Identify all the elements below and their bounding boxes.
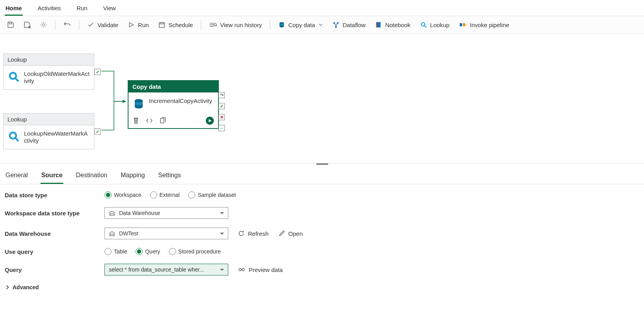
- tab-mapping[interactable]: Mapping: [120, 170, 145, 184]
- workspace-dst-label: Workspace data store type: [5, 210, 105, 217]
- run-icon[interactable]: [205, 116, 214, 125]
- gear-icon: [40, 21, 47, 28]
- node-name: LookupOldWaterMarkActivity: [24, 70, 90, 84]
- delete-icon[interactable]: [132, 117, 139, 124]
- notebook-button[interactable]: Notebook: [372, 19, 413, 31]
- svg-point-11: [10, 73, 16, 79]
- open-button[interactable]: Open: [278, 230, 303, 237]
- lookup-button[interactable]: Lookup: [417, 19, 453, 31]
- svg-rect-1: [159, 22, 165, 27]
- workspace-dst-select[interactable]: Data Warehouse: [105, 207, 228, 219]
- validate-label: Validate: [97, 22, 118, 28]
- preview-data-button[interactable]: Preview data: [238, 266, 283, 273]
- svg-point-12: [10, 132, 16, 139]
- view-history-button[interactable]: View run history: [206, 19, 265, 31]
- node-lookup-old[interactable]: Lookup LookupOldWaterMarkActivity ✓: [3, 53, 94, 90]
- tab-destination[interactable]: Destination: [75, 170, 108, 184]
- workspace-dst-value: Data Warehouse: [119, 210, 160, 216]
- history-icon: [209, 21, 217, 28]
- copy-data-button[interactable]: Copy data: [275, 19, 326, 31]
- node-name: LookupNewWaterMarkActivity: [24, 130, 90, 144]
- copy-icon[interactable]: [159, 117, 166, 124]
- lookup-label: Lookup: [430, 22, 450, 28]
- search-icon: [7, 130, 20, 143]
- radio-query[interactable]: Query: [136, 248, 160, 255]
- radio-sample[interactable]: Sample dataset: [188, 191, 236, 198]
- save-icon: [7, 21, 14, 28]
- preview-icon: [238, 266, 246, 273]
- tab-settings[interactable]: Settings: [158, 170, 182, 184]
- undo-icon: [63, 21, 71, 29]
- tab-general[interactable]: General: [5, 170, 29, 184]
- undo-button[interactable]: [60, 18, 74, 31]
- warehouse-icon: [109, 210, 115, 216]
- svg-point-10: [421, 22, 425, 26]
- tab-activities[interactable]: Activities: [37, 2, 62, 16]
- toolbar: Validate Run Schedule View run history C…: [0, 16, 644, 34]
- failure-port[interactable]: ✕: [218, 114, 225, 120]
- save-button[interactable]: [4, 19, 17, 31]
- pipeline-canvas[interactable]: Lookup LookupOldWaterMarkActivity ✓ Look…: [0, 34, 644, 163]
- svg-point-17: [239, 268, 241, 271]
- save-as-button[interactable]: [20, 19, 34, 31]
- chevron-down-icon: [318, 22, 323, 27]
- svg-point-4: [279, 24, 284, 26]
- data-store-type-label: Data store type: [5, 192, 105, 198]
- node-copy-data[interactable]: Copy data IncrementalCopyActivity ↷ ✓ ✕ …: [128, 80, 219, 129]
- pipeline-icon: [459, 21, 467, 28]
- svg-point-14: [135, 102, 143, 105]
- tab-source[interactable]: Source: [40, 170, 63, 184]
- check-icon: [87, 21, 94, 28]
- dataflow-icon: [332, 21, 339, 28]
- node-type: Copy data: [128, 81, 218, 93]
- tab-view[interactable]: View: [102, 2, 116, 16]
- database-icon: [278, 21, 285, 28]
- calendar-icon: [158, 21, 165, 28]
- query-label: Query: [5, 266, 105, 273]
- completion-port[interactable]: →: [218, 125, 225, 131]
- svg-rect-9: [376, 22, 377, 28]
- node-lookup-new[interactable]: Lookup LookupNewWaterMarkActivity ✓: [3, 113, 94, 149]
- separator: [79, 20, 79, 29]
- radio-external[interactable]: External: [150, 191, 180, 198]
- property-tabs: General Source Destination Mapping Setti…: [0, 165, 644, 184]
- radio-workspace[interactable]: Workspace: [105, 191, 141, 198]
- use-query-group: Table Query Stored procedure: [105, 248, 221, 255]
- tab-home[interactable]: Home: [5, 2, 23, 16]
- schedule-button[interactable]: Schedule: [155, 19, 196, 31]
- database-icon: [132, 97, 145, 110]
- success-port[interactable]: ✓: [94, 129, 101, 135]
- dataflow-button[interactable]: Dataflow: [329, 19, 369, 31]
- query-input[interactable]: select * from data_source_table wher...: [105, 264, 228, 275]
- code-icon[interactable]: [146, 117, 153, 124]
- validate-button[interactable]: Validate: [84, 19, 121, 31]
- data-warehouse-select[interactable]: DWTest: [105, 228, 228, 239]
- radio-table[interactable]: Table: [105, 248, 127, 255]
- invoke-pipeline-button[interactable]: Invoke pipeline: [456, 19, 512, 31]
- run-label: Run: [138, 22, 149, 28]
- save-as-icon: [24, 21, 31, 28]
- top-tabs: Home Activities Run View: [0, 0, 644, 16]
- play-icon: [128, 21, 135, 28]
- success-port[interactable]: ✓: [218, 103, 225, 109]
- skip-port[interactable]: ↷: [218, 92, 225, 98]
- separator: [55, 20, 55, 29]
- tab-run[interactable]: Run: [76, 2, 88, 16]
- advanced-toggle[interactable]: Advanced: [5, 284, 39, 290]
- search-icon: [7, 70, 20, 83]
- settings-button[interactable]: [37, 19, 50, 31]
- run-button[interactable]: Run: [125, 19, 152, 31]
- separator: [270, 20, 270, 29]
- svg-point-7: [335, 26, 337, 28]
- success-port[interactable]: ✓: [94, 69, 101, 75]
- source-form: Data store type Workspace External Sampl…: [0, 184, 644, 306]
- node-type: Lookup: [4, 114, 94, 125]
- radio-sp[interactable]: Stored procedure: [169, 248, 221, 255]
- copydata-label: Copy data: [288, 22, 315, 28]
- node-name: IncrementalCopyActivity: [149, 97, 212, 105]
- schedule-label: Schedule: [169, 22, 193, 28]
- data-warehouse-value: DWTest: [119, 230, 138, 237]
- svg-point-0: [42, 24, 45, 26]
- refresh-button[interactable]: Refresh: [238, 230, 269, 237]
- data-store-type-group: Workspace External Sample dataset: [105, 191, 236, 198]
